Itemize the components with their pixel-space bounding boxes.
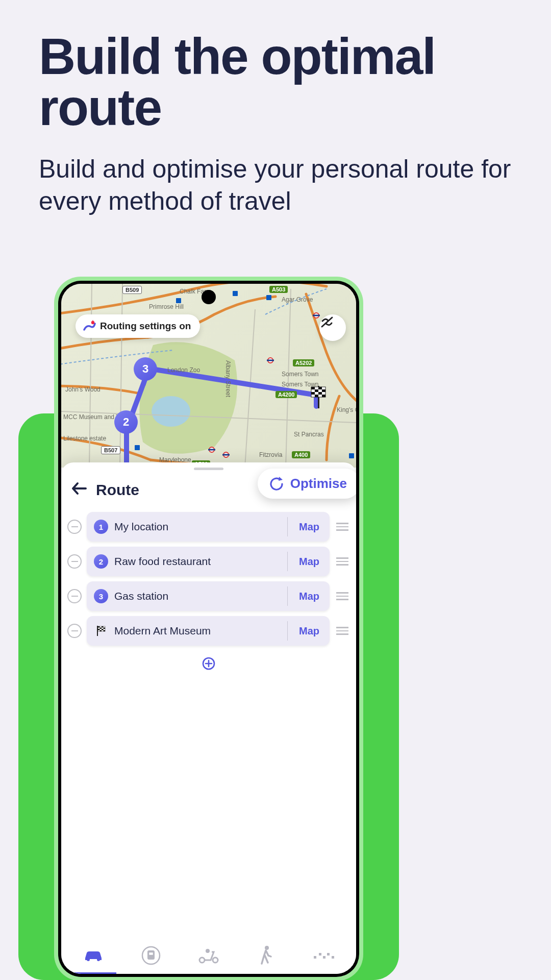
road-shield: A5202: [293, 359, 314, 366]
taxi-dots-icon: [313, 951, 335, 960]
optimise-label: Optimise: [290, 476, 347, 492]
stop-number-badge: 3: [94, 589, 108, 603]
optimise-button[interactable]: Optimise: [258, 469, 356, 499]
stop-number-badge: 1: [94, 520, 108, 534]
stop-chip[interactable]: Modern Art Museum Map: [87, 616, 330, 646]
svg-rect-52: [332, 956, 334, 959]
road-shield: B507: [101, 446, 120, 454]
svg-rect-13: [266, 295, 271, 300]
road-shield: A4200: [276, 391, 297, 398]
svg-rect-23: [318, 392, 322, 395]
svg-point-46: [206, 949, 210, 953]
stop-map-button[interactable]: Map: [289, 556, 330, 568]
hero-title: Build the optimal route: [39, 31, 551, 133]
svg-point-0: [152, 396, 190, 427]
svg-rect-8: [267, 360, 274, 361]
svg-rect-21: [322, 389, 325, 392]
remove-stop-button[interactable]: [67, 520, 82, 534]
road-shield: A400: [292, 451, 310, 458]
svg-point-40: [97, 958, 100, 961]
plus-circle-icon: [202, 657, 215, 670]
stop-map-button[interactable]: Map: [289, 625, 330, 637]
svg-rect-35: [102, 629, 104, 630]
svg-rect-33: [104, 628, 106, 629]
svg-point-39: [87, 958, 90, 961]
svg-rect-34: [98, 629, 100, 630]
svg-rect-28: [97, 626, 98, 636]
drag-handle[interactable]: [335, 627, 350, 635]
stop-label: Modern Art Museum: [114, 625, 286, 637]
map-label: John's Wood: [65, 386, 101, 393]
road-shield: A503: [269, 286, 288, 293]
svg-rect-19: [318, 387, 322, 389]
drag-handle[interactable]: [335, 557, 350, 566]
map-label: Lilestone estate: [63, 435, 104, 442]
svg-rect-18: [311, 387, 315, 389]
map-pin-3[interactable]: 3: [134, 357, 157, 389]
drag-handle[interactable]: [335, 523, 350, 531]
svg-rect-49: [319, 953, 321, 955]
stop-number-badge: 2: [94, 554, 108, 569]
add-stop-button[interactable]: [61, 657, 356, 674]
svg-rect-51: [327, 953, 330, 955]
map-label: Fitzrovia: [259, 451, 282, 458]
svg-rect-32: [100, 628, 102, 629]
drag-handle[interactable]: [335, 592, 350, 600]
map-label: Albany Street: [224, 360, 232, 397]
routing-settings-pill[interactable]: Routing settings on: [76, 314, 200, 338]
svg-point-44: [199, 958, 205, 963]
stop-row: 1 My location Map: [67, 512, 350, 542]
svg-rect-12: [233, 291, 238, 296]
map[interactable]: Primrose Hill Chalk Farm Agar Grove John…: [61, 284, 356, 468]
svg-rect-10: [313, 315, 320, 316]
map-label: London Zoo: [167, 366, 200, 374]
map-label: Somers Town: [282, 371, 318, 378]
svg-rect-36: [100, 630, 102, 632]
sound-toggle-button[interactable]: [319, 314, 346, 341]
map-pin-2[interactable]: 2: [114, 410, 138, 442]
svg-rect-6: [222, 454, 230, 456]
svg-rect-50: [323, 956, 325, 959]
svg-rect-30: [98, 626, 100, 628]
map-label: MCC Museum and Tour: [63, 413, 114, 421]
svg-rect-22: [311, 392, 315, 395]
mode-scooter[interactable]: [180, 937, 237, 974]
stop-label: Gas station: [114, 590, 286, 602]
svg-rect-25: [322, 395, 325, 397]
stop-chip[interactable]: 2 Raw food restaurant Map: [87, 547, 330, 576]
svg-rect-48: [314, 956, 316, 959]
sheet-title: Route: [96, 481, 139, 499]
stop-map-button[interactable]: Map: [289, 521, 330, 533]
svg-rect-31: [102, 626, 104, 628]
mode-taxi[interactable]: [295, 937, 353, 974]
camera-dot: [202, 290, 216, 304]
mode-transit[interactable]: [122, 937, 180, 974]
svg-rect-24: [315, 395, 318, 397]
transit-icon: [141, 945, 161, 966]
road-shield: B509: [122, 286, 142, 294]
svg-rect-11: [176, 298, 181, 303]
map-label: St Pancras: [294, 431, 324, 438]
stop-chip[interactable]: 3 Gas station Map: [87, 581, 330, 611]
car-icon: [82, 948, 105, 963]
map-label: King's C: [337, 406, 356, 413]
routing-settings-label: Routing settings on: [100, 321, 191, 332]
transport-mode-bar: [61, 937, 356, 974]
svg-rect-20: [315, 389, 318, 392]
hero-subtitle: Build and optimise your personal route f…: [39, 153, 551, 217]
svg-rect-15: [349, 453, 354, 458]
mode-walk[interactable]: [238, 937, 295, 974]
mode-car[interactable]: [64, 937, 122, 974]
stop-label: Raw food restaurant: [114, 555, 286, 568]
remove-stop-button[interactable]: [67, 554, 82, 569]
stop-map-button[interactable]: Map: [289, 591, 330, 602]
stop-chip[interactable]: 1 My location Map: [87, 512, 330, 542]
route-sheet: Route 1 My location Map: [61, 462, 356, 974]
remove-stop-button[interactable]: [67, 589, 82, 603]
svg-point-47: [265, 946, 269, 950]
sound-off-icon: [319, 314, 335, 330]
finish-flag-icon: [94, 624, 108, 638]
back-button[interactable]: [71, 481, 87, 499]
stop-row: 2 Raw food restaurant Map: [67, 547, 350, 576]
remove-stop-button[interactable]: [67, 624, 82, 638]
